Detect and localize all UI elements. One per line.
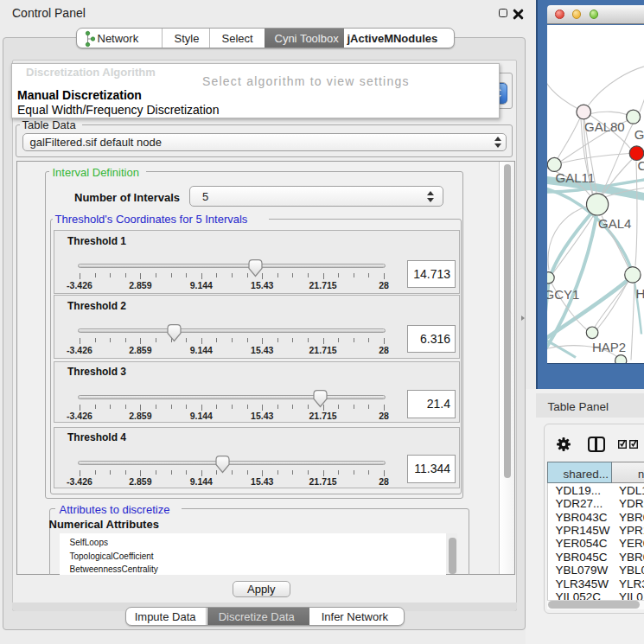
svg-text:GCY1: GCY1: [547, 286, 579, 301]
svg-text:H: H: [636, 286, 644, 301]
svg-text:GAL4: GAL4: [598, 216, 631, 231]
svg-text:GAL11: GAL11: [556, 170, 596, 185]
svg-text:GAL80: GAL80: [584, 119, 625, 134]
svg-text:G.: G.: [634, 126, 644, 141]
svg-text:HAP2: HAP2: [592, 340, 626, 354]
svg-text:C: C: [638, 158, 644, 173]
